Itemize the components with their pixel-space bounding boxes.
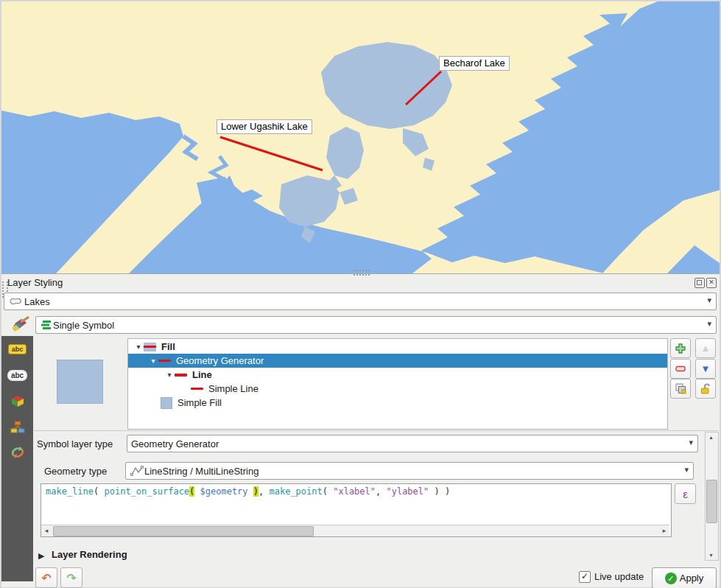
polygon-layer-icon — [8, 295, 24, 307]
arrow-down-icon: ▼ — [701, 363, 711, 374]
expression-builder-button[interactable]: ε — [675, 483, 696, 504]
paintbrush-icon — [7, 316, 29, 335]
sidebar-item-masks[interactable]: abc — [1, 364, 33, 386]
map-canvas[interactable]: Becharof Lake Lower Ugashik Lake — [1, 1, 720, 273]
lock-colors-button[interactable] — [695, 379, 716, 399]
sidebar-item-history[interactable] — [1, 441, 33, 463]
sidebar-item-labels[interactable]: abc — [1, 338, 33, 360]
tree-row-simple-line[interactable]: Simple Line — [128, 382, 667, 396]
simple-fill-icon — [161, 397, 172, 409]
geometry-type-label: Geometry type — [44, 466, 107, 477]
diagram-icon — [10, 421, 25, 433]
panel-title: Layer Styling — [7, 277, 63, 288]
sidebar-item-3d-view[interactable] — [1, 390, 33, 412]
map-svg — [1, 1, 720, 273]
styling-sidebar: abc abc — [1, 336, 33, 581]
simple-line-icon — [191, 388, 203, 390]
tree-row-label: Fill — [161, 341, 175, 352]
history-icon — [10, 446, 25, 459]
fill-symbol-icon — [144, 343, 156, 351]
redo-icon: ↷ — [66, 571, 76, 585]
undo-button[interactable]: ↶ — [35, 567, 57, 588]
close-panel-icon[interactable]: ✕ — [706, 278, 717, 288]
labels-icon: abc — [8, 344, 27, 354]
qgis-window: Becharof Lake Lower Ugashik Lake Layer S… — [0, 0, 721, 588]
dropdown-arrow-icon: ▾ — [689, 438, 693, 447]
layer-select-value: Lakes — [24, 296, 50, 307]
sidebar-item-symbology[interactable] — [7, 316, 31, 335]
float-panel-icon[interactable] — [694, 278, 705, 288]
move-up-button[interactable]: ▲ — [695, 338, 716, 358]
dropdown-arrow-icon: ▾ — [707, 319, 711, 329]
apply-button[interactable]: ✓ Apply — [652, 567, 717, 588]
apply-check-icon: ✓ — [665, 573, 677, 584]
linestring-icon — [130, 466, 144, 476]
scroll-right-icon[interactable]: ▸ — [659, 525, 669, 536]
symbol-layer-type-value: Geometry Generator — [131, 438, 219, 449]
dropdown-arrow-icon: ▾ — [707, 295, 711, 305]
expression-editor[interactable]: make_line( point_on_surface( $geometry )… — [41, 483, 672, 537]
symbol-preview — [57, 360, 103, 404]
float-panel-inner — [697, 280, 702, 285]
layer-styling-panel: Layer Styling ✕ Lakes ▾ — [1, 273, 720, 587]
expression-text: make_line( point_on_surface( $geometry )… — [46, 486, 450, 497]
layer-rendering-label[interactable]: Layer Rendering — [52, 549, 127, 560]
symbol-layer-type-combo[interactable]: Geometry Generator ▾ — [127, 435, 698, 452]
expander-icon[interactable]: ▾ — [164, 371, 175, 379]
arrow-up-icon: ▲ — [701, 343, 711, 354]
tree-row-geometry-generator[interactable]: ▾ Geometry Generator — [128, 354, 667, 368]
expression-hscrollbar[interactable]: ◂ ▸ — [41, 525, 669, 536]
tree-row-simple-fill[interactable]: Simple Fill — [128, 396, 667, 410]
renderer-value: Single Symbol — [53, 320, 114, 331]
expander-icon[interactable]: ▾ — [148, 357, 158, 365]
remove-symbol-layer-button[interactable] — [670, 359, 691, 379]
symbol-layer-tree: ▾ Fill ▾ Geometry Generator ▾ Line Simpl… — [127, 338, 668, 430]
expander-icon[interactable]: ▾ — [133, 343, 144, 351]
unlock-icon — [700, 383, 711, 394]
tree-row-label: Simple Fill — [177, 397, 222, 408]
apply-label: Apply — [680, 573, 704, 584]
live-update-checkbox[interactable]: ✓ — [579, 571, 591, 583]
section-divider — [34, 430, 718, 431]
map-label-ugashik: Lower Ugashik Lake — [217, 119, 312, 134]
dropdown-arrow-icon: ▾ — [684, 465, 689, 475]
undo-icon: ↶ — [41, 571, 51, 585]
tree-row-label: Line — [192, 369, 212, 380]
geometry-type-combo[interactable]: LineString / MultiLineString ▾ — [125, 462, 694, 480]
line-symbol-icon — [175, 374, 187, 377]
live-update-label[interactable]: Live update — [594, 571, 644, 582]
add-symbol-layer-button[interactable] — [670, 338, 691, 358]
layer-select-combo[interactable]: Lakes ▾ — [4, 293, 717, 310]
layer-rendering-expander[interactable]: ▶ — [38, 551, 44, 561]
scroll-up-icon[interactable]: ▴ — [706, 433, 717, 442]
scroll-left-icon[interactable]: ◂ — [41, 525, 52, 536]
tree-row-fill[interactable]: ▾ Fill — [128, 340, 667, 354]
duplicate-icon — [675, 383, 686, 394]
vscroll-thumb[interactable] — [706, 480, 717, 523]
tree-row-line[interactable]: ▾ Line — [128, 368, 667, 382]
panel-vscrollbar[interactable]: ▴ ▾ — [705, 432, 719, 561]
masks-icon: abc — [7, 370, 27, 381]
tree-row-label: Geometry Generator — [176, 355, 264, 366]
map-label-becharof: Becharof Lake — [439, 56, 510, 71]
single-symbol-icon — [40, 320, 53, 330]
symbol-layer-type-label: Symbol layer type — [37, 438, 113, 449]
tree-row-label: Simple Line — [208, 383, 258, 394]
3d-cube-icon — [11, 395, 24, 407]
line-symbol-icon — [158, 360, 171, 362]
renderer-combo[interactable]: Single Symbol ▾ — [35, 316, 717, 334]
duplicate-symbol-layer-button[interactable] — [670, 379, 691, 399]
minus-icon — [675, 365, 686, 372]
hscroll-thumb[interactable] — [53, 526, 314, 536]
geometry-type-value: LineString / MultiLineString — [144, 466, 258, 477]
scroll-down-icon[interactable]: ▾ — [706, 550, 717, 560]
move-down-button[interactable]: ▼ — [695, 359, 716, 379]
panel-resize-grip[interactable] — [354, 270, 370, 276]
redo-button[interactable]: ↷ — [60, 567, 82, 588]
sidebar-item-diagrams[interactable] — [1, 416, 33, 438]
plus-icon — [675, 343, 686, 354]
